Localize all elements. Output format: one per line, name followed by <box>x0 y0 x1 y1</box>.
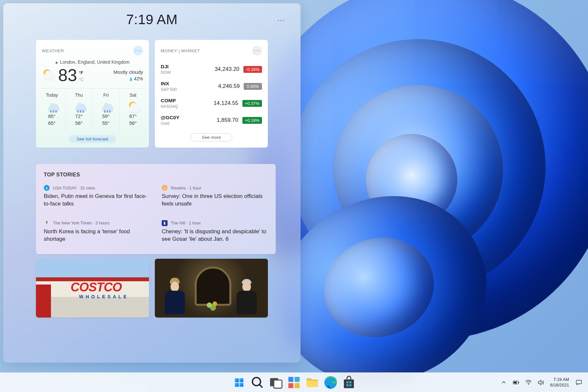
widgets-clock: 7:19 AM <box>3 12 301 27</box>
svg-rect-3 <box>274 380 282 388</box>
unit-celsius[interactable]: °C <box>79 77 84 82</box>
market-row[interactable]: @GC0YGold 1,859.70 +0.18% <box>161 112 262 129</box>
story-source: The Hill <box>171 220 185 225</box>
widgets-settings-button[interactable]: ··· <box>277 16 285 24</box>
market-name: NASDAQ <box>161 104 178 109</box>
rain-icon <box>74 100 85 111</box>
edge-button[interactable] <box>323 375 338 390</box>
task-view-button[interactable] <box>268 375 283 390</box>
taskbar: 7:19 AM 6/16/2021 <box>0 372 588 392</box>
weather-card-more-button[interactable]: ··· <box>133 46 143 56</box>
costco-sub-text: WHOLESALE <box>79 294 129 299</box>
microsoft-store-button[interactable] <box>341 375 356 390</box>
story-time: 3 hours <box>95 220 109 225</box>
news-image-tile[interactable]: COSTCO WHOLESALE <box>36 259 149 318</box>
forecast-hi: 85° <box>39 113 65 119</box>
market-name: DOW <box>161 70 171 75</box>
rain-icon <box>46 100 57 111</box>
wifi-status[interactable] <box>525 380 532 385</box>
store-icon <box>341 375 356 390</box>
forecast-day[interactable]: Fri 59° 55° <box>93 89 120 130</box>
story-item[interactable]: ▮The Hill · 1 hour Cheney: 'It is disgus… <box>162 220 268 243</box>
weather-card[interactable]: WEATHER ··· London, England, United King… <box>36 40 149 148</box>
story-item[interactable]: TThe New York Times · 3 hours North Kore… <box>44 220 150 243</box>
svg-point-18 <box>528 384 529 385</box>
market-name: S&P 500 <box>161 87 177 92</box>
search-button[interactable] <box>250 375 265 390</box>
see-more-markets-button[interactable]: See more <box>190 133 233 141</box>
money-card-title: MONEY | MARKET <box>161 48 200 53</box>
forecast-day[interactable]: Thu 72° 58° <box>66 89 93 130</box>
battery-status[interactable] <box>513 380 519 385</box>
unit-fahrenheit[interactable]: °F <box>79 70 84 75</box>
story-time: 1 hour <box>189 220 201 225</box>
forecast-day-label: Thu <box>66 92 92 98</box>
market-row[interactable]: COMPNASDAQ 14,124.55 +0.37% <box>161 95 262 112</box>
forecast-lo: 56° <box>120 120 146 126</box>
market-row[interactable]: INXS&P 500 4,246.59 0.00% <box>161 78 262 95</box>
widgets-button[interactable] <box>286 375 302 390</box>
forecast-day-label: Today <box>39 92 65 98</box>
market-price: 34,243.20 <box>215 66 239 73</box>
story-headline: North Korea is facing a 'tense' food sho… <box>44 228 150 243</box>
weather-forecast: Today 85° 65° Thu 72° 58° Fri 59° 55° <box>39 88 146 130</box>
forecast-day[interactable]: Today 85° 65° <box>39 89 66 130</box>
market-price: 1,859.70 <box>217 117 238 123</box>
forecast-lo: 65° <box>39 120 65 126</box>
weather-condition: Mostly cloudy <box>113 69 143 75</box>
svg-rect-5 <box>295 377 300 382</box>
windows-logo-icon <box>235 378 243 387</box>
story-item[interactable]: ●USA TODAY · 31 mins Biden, Putin meet i… <box>44 185 150 208</box>
svg-rect-10 <box>344 379 354 388</box>
svg-rect-13 <box>346 384 348 386</box>
story-time: 31 mins <box>80 186 95 190</box>
svg-rect-7 <box>295 383 300 388</box>
story-headline: Biden, Putin meet in Geneva for first fa… <box>44 193 150 208</box>
market-symbol: @GC0Y <box>161 115 179 121</box>
widgets-panel: 7:19 AM ··· WEATHER ··· London, England,… <box>3 3 301 363</box>
search-icon <box>250 375 265 390</box>
market-symbol: DJI <box>161 64 171 70</box>
top-stories-card: TOP STORIES ●USA TODAY · 31 mins Biden, … <box>36 164 276 254</box>
weather-card-title: WEATHER <box>42 48 64 53</box>
source-icon: ● <box>44 185 50 191</box>
taskbar-clock[interactable]: 7:19 AM 6/16/2021 <box>550 377 570 388</box>
story-item[interactable]: ◌Reuters · 1 hour Survey: One in three U… <box>162 185 268 208</box>
partly-cloudy-icon <box>127 100 139 111</box>
source-icon: ◌ <box>162 185 168 191</box>
widgets-icon <box>286 375 302 390</box>
battery-icon <box>513 380 519 385</box>
svg-rect-12 <box>349 381 351 383</box>
market-price: 4,246.59 <box>218 83 240 90</box>
money-card[interactable]: MONEY | MARKET ··· DJIDOW 34,243.20 -0.1… <box>155 40 268 148</box>
money-card-more-button[interactable]: ··· <box>252 46 262 56</box>
source-icon: ▮ <box>162 220 168 226</box>
rain-icon <box>100 100 111 111</box>
chevron-up-icon <box>501 380 506 385</box>
forecast-lo: 58° <box>66 120 92 126</box>
tray-overflow-button[interactable] <box>500 380 507 385</box>
market-row[interactable]: DJIDOW 34,243.20 -0.16% <box>161 61 262 78</box>
weather-location: London, England, United Kingdom <box>36 59 149 65</box>
story-headline: Survey: One in three US election officia… <box>162 193 268 208</box>
wifi-icon <box>525 380 532 385</box>
file-explorer-button[interactable] <box>305 375 320 390</box>
see-full-forecast-button[interactable]: See full forecast <box>69 135 116 143</box>
edge-icon <box>323 375 338 390</box>
news-image-tile[interactable] <box>155 259 268 318</box>
story-headline: Cheney: 'It is disgusting and despicable… <box>162 228 268 243</box>
forecast-day-label: Sat <box>120 92 146 98</box>
svg-rect-4 <box>288 377 293 382</box>
task-view-icon <box>268 375 283 390</box>
top-stories-title: TOP STORIES <box>44 172 268 178</box>
forecast-hi: 67° <box>120 113 146 119</box>
source-icon: T <box>44 220 50 226</box>
market-price: 14,124.55 <box>214 100 238 106</box>
notifications-button[interactable] <box>576 380 582 385</box>
market-change: +0.37% <box>242 100 262 107</box>
forecast-day-label: Fri <box>93 92 120 98</box>
volume-status[interactable] <box>538 380 544 385</box>
forecast-day[interactable]: Sat 67° 56° <box>120 89 146 130</box>
start-button[interactable] <box>232 375 247 390</box>
market-name: Gold <box>161 121 179 126</box>
